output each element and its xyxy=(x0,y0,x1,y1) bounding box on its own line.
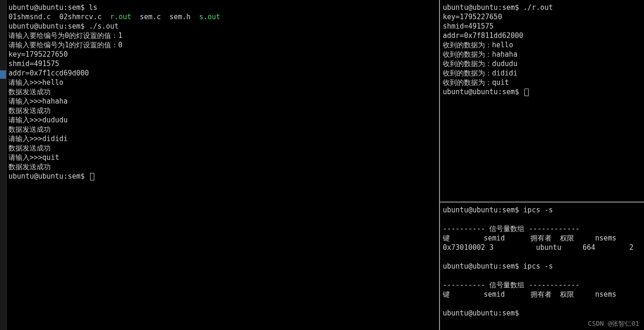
prompt: ubuntu@ubuntu:sem$ xyxy=(443,309,523,317)
output-line: addr=0x7f811dd62000 xyxy=(443,31,642,40)
prompt-line: ubuntu@ubuntu:sem$ ./r.out xyxy=(443,3,642,12)
output-line: 数据发送成功 xyxy=(8,87,437,97)
prompt-line: ubuntu@ubuntu:sem$ ipcs -s xyxy=(443,262,642,271)
prompt-line: ubuntu@ubuntu:sem$ ls xyxy=(8,3,437,12)
col-perm: 权限 xyxy=(560,234,574,242)
prompt: ubuntu@ubuntu:sem$ xyxy=(443,3,523,12)
output-line: 收到的数据为：dididi xyxy=(443,68,642,78)
terminal-panes: ubuntu@ubuntu:sem$ ls 01shmsnd.c 02shmrc… xyxy=(7,0,644,330)
gutter-marker xyxy=(0,70,6,79)
col-owner: 拥有者 xyxy=(530,290,552,299)
cursor-icon xyxy=(90,173,94,180)
blank-line xyxy=(443,252,642,262)
ipcs-divider: ---------- 信号量数组 ------------ xyxy=(443,224,642,233)
command: ls xyxy=(89,3,98,12)
terminal-left[interactable]: ubuntu@ubuntu:sem$ ls 01shmsnd.c 02shmrc… xyxy=(7,0,440,330)
output-line: 请输入>>>hahaha xyxy=(8,97,437,106)
prompt: ubuntu@ubuntu:sem$ xyxy=(8,22,89,30)
output-line: 请输入>>>quit xyxy=(8,153,437,162)
prompt: ubuntu@ubuntu:sem$ xyxy=(443,262,523,270)
output-line: 数据发送成功 xyxy=(8,106,437,115)
output-line: key=1795227650 xyxy=(443,12,642,22)
output-line: 数据发送成功 xyxy=(8,125,437,134)
col-key: 键 xyxy=(443,290,450,299)
output-line: key=1795227650 xyxy=(8,50,437,59)
file: sem.h xyxy=(169,13,190,21)
ipcs-header: 键 semid 拥有者 权限 nsems xyxy=(443,290,642,299)
output-line: shmid=491575 xyxy=(443,22,642,31)
col-key: 键 xyxy=(443,234,450,242)
command: ipcs -s xyxy=(523,206,553,214)
col-nsems: nsems xyxy=(595,234,616,242)
blank-line xyxy=(443,215,642,224)
col-perm: 权限 xyxy=(560,290,574,299)
file: 02shmrcv.c xyxy=(59,13,101,21)
val-perm: 664 xyxy=(583,243,595,252)
command: ./r.out xyxy=(523,3,553,12)
output-line: 收到的数据为：hello xyxy=(443,40,642,50)
ipcs-divider: ---------- 信号量数组 ------------ xyxy=(443,280,642,290)
output-line: 数据发送成功 xyxy=(8,162,437,172)
ls-output: 01shmsnd.c 02shmrcv.c r.out sem.c sem.h … xyxy=(8,12,437,22)
col-semid: semid xyxy=(484,290,505,299)
val-semid: 3 xyxy=(489,243,493,252)
col-semid: semid xyxy=(484,234,505,242)
output-line: 收到的数据为：hahaha xyxy=(443,50,642,59)
blank-line xyxy=(443,299,642,308)
prompt-line: ubuntu@ubuntu:sem$ ipcs -s xyxy=(443,205,642,215)
prompt: ubuntu@ubuntu:sem$ xyxy=(8,172,89,180)
output-line: 收到的数据为：quit xyxy=(443,78,642,87)
col-owner: 拥有者 xyxy=(530,234,552,242)
file-exe: s.out xyxy=(199,13,220,21)
watermark: CSDN @张智仁01 xyxy=(588,319,639,328)
output-line: shmid=491575 xyxy=(8,59,437,68)
prompt: ubuntu@ubuntu:sem$ xyxy=(443,206,523,214)
val-key: 0x73010002 xyxy=(443,243,485,252)
command: ipcs -s xyxy=(523,262,553,270)
output-line: 请输入要给编号为0的灯设置的值：1 xyxy=(8,31,437,40)
prompt-line: ubuntu@ubuntu:sem$ xyxy=(8,172,437,181)
file: sem.c xyxy=(140,13,161,21)
val-nsems: 2 xyxy=(629,243,633,252)
prompt-line: ubuntu@ubuntu:sem$ ./s.out xyxy=(8,22,437,31)
prompt-line: ubuntu@ubuntu:sem$ xyxy=(443,87,642,97)
output-line: 收到的数据为：dududu xyxy=(443,59,642,68)
output-line: 请输入要给编号为1的灯设置的值：0 xyxy=(8,40,437,50)
col-nsems: nsems xyxy=(595,290,616,299)
output-line: 请输入>>>dududu xyxy=(8,115,437,125)
prompt: ubuntu@ubuntu:sem$ xyxy=(8,3,89,12)
ipcs-header: 键 semid 拥有者 权限 nsems xyxy=(443,233,642,243)
val-owner: ubuntu xyxy=(536,243,561,252)
prompt: ubuntu@ubuntu:sem$ xyxy=(443,88,523,96)
file: 01shmsnd.c xyxy=(8,13,51,21)
terminal-right-top[interactable]: ubuntu@ubuntu:sem$ ./r.out key=179522765… xyxy=(440,0,644,202)
cursor-icon xyxy=(524,89,529,96)
output-line: addr=0x7f1ccd69d000 xyxy=(8,68,437,78)
output-line: 数据发送成功 xyxy=(8,143,437,153)
prompt-line: ubuntu@ubuntu:sem$ xyxy=(443,308,642,318)
file-exe: r.out xyxy=(110,13,131,21)
editor-gutter xyxy=(0,0,7,330)
terminal-right-column: ubuntu@ubuntu:sem$ ./r.out key=179522765… xyxy=(440,0,644,330)
blank-line xyxy=(443,271,642,280)
output-line: 请输入>>>hello xyxy=(8,78,437,87)
output-line: 请输入>>>dididi xyxy=(8,134,437,143)
command: ./s.out xyxy=(89,22,119,30)
ipcs-row: 0x73010002 3 ubuntu 664 2 xyxy=(443,243,642,252)
terminal-right-bottom[interactable]: ubuntu@ubuntu:sem$ ipcs -s ---------- 信号… xyxy=(440,202,644,330)
